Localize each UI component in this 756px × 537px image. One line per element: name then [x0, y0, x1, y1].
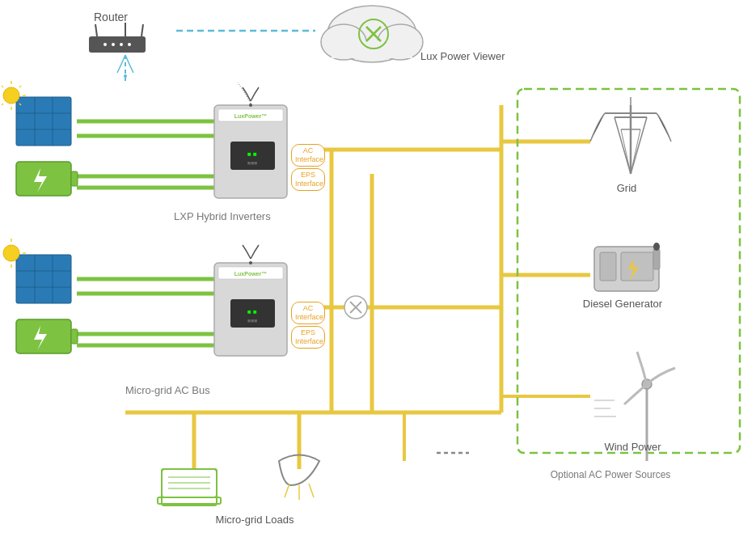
svg-rect-97	[653, 249, 660, 269]
svg-text:■ ■: ■ ■	[247, 150, 257, 158]
svg-rect-67	[71, 329, 78, 344]
svg-point-31	[128, 43, 131, 46]
svg-text:■■■: ■■■	[247, 160, 258, 166]
lxp-hybrid-inverters-label: LXP Hybrid Inverters	[174, 210, 271, 222]
grid-label: Grid	[594, 182, 659, 194]
svg-rect-40	[16, 97, 71, 146]
svg-rect-56	[16, 255, 71, 303]
svg-line-113	[309, 484, 314, 497]
svg-point-98	[653, 243, 660, 251]
eps-interface-2-label: EPSInterface	[291, 326, 325, 349]
svg-line-27	[141, 24, 143, 36]
svg-point-28	[103, 43, 107, 46]
svg-point-81	[249, 261, 252, 264]
svg-line-52	[19, 86, 21, 87]
wind-power-label: Wind Power	[598, 441, 667, 453]
svg-rect-109	[158, 497, 221, 504]
svg-line-91	[621, 129, 631, 174]
optional-ac-power-sources-label: Optional AC Power Sources	[530, 469, 691, 480]
svg-point-30	[120, 43, 123, 46]
svg-text:■■■: ■■■	[247, 318, 258, 323]
svg-point-45	[3, 87, 19, 104]
ac-interface-2-label: ACInterface	[291, 302, 325, 324]
svg-line-53	[2, 104, 3, 105]
svg-line-111	[285, 484, 289, 497]
svg-point-74	[249, 104, 252, 107]
lux-power-viewer-label: Lux Power Viewer	[420, 50, 505, 62]
svg-text:■ ■: ■ ■	[247, 308, 257, 315]
svg-line-92	[631, 129, 640, 174]
svg-rect-55	[71, 171, 78, 186]
diesel-generator-label: Diesel Generator	[582, 298, 663, 310]
micro-grid-loads-label: Micro-grid Loads	[206, 514, 303, 526]
svg-text:LuxPower™: LuxPower™	[234, 113, 267, 119]
svg-text:LuxPower™: LuxPower™	[234, 271, 267, 277]
micro-grid-ac-bus-label: Micro-grid AC Bus	[125, 384, 210, 396]
svg-point-32	[124, 74, 127, 78]
svg-line-25	[95, 24, 97, 36]
svg-line-88	[615, 117, 631, 174]
svg-line-89	[631, 117, 647, 174]
router-label: Router	[94, 11, 128, 23]
svg-rect-24	[89, 36, 146, 53]
ac-interface-1-label: ACInterface	[291, 144, 325, 167]
svg-rect-104	[162, 469, 217, 505]
svg-point-29	[112, 43, 115, 46]
svg-point-61	[3, 245, 19, 261]
svg-line-50	[2, 86, 3, 87]
system-diagram: LuxPower™ ■ ■ ■■■ LuxPower™ ■ ■ ■■■	[0, 0, 756, 537]
svg-rect-36	[332, 40, 412, 58]
svg-rect-96	[621, 252, 653, 281]
svg-rect-95	[600, 252, 616, 281]
eps-interface-1-label: EPSInterface	[291, 168, 325, 191]
